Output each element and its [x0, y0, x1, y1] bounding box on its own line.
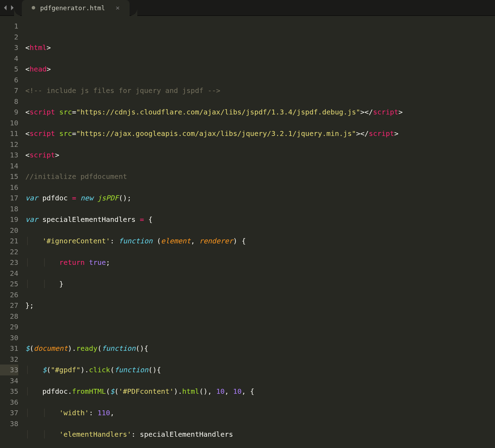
line-number: 28	[0, 311, 18, 322]
line-number: 6	[0, 75, 18, 86]
line-number: 27	[0, 300, 18, 311]
line-number: 21	[0, 236, 18, 247]
line-number: 11	[0, 128, 18, 139]
line-number: 26	[0, 290, 18, 300]
code-line: $(document).ready(function(){	[25, 343, 491, 354]
tab-bar: pdfgenerator.html ×	[0, 0, 495, 16]
line-number: 37	[0, 407, 18, 418]
line-number: 12	[0, 139, 18, 150]
tab-close-icon[interactable]: ×	[115, 4, 120, 12]
tab-dirty-icon	[32, 6, 35, 10]
line-number: 13	[0, 150, 18, 161]
line-number: 5	[0, 64, 18, 75]
tab-active[interactable]: pdfgenerator.html ×	[22, 0, 130, 16]
line-number: 34	[0, 375, 18, 386]
line-number: 32	[0, 354, 18, 365]
line-number: 23	[0, 257, 18, 268]
code-line: │ │ 'elementHandlers': specialElementHan…	[25, 429, 491, 440]
code-area[interactable]: <html> <head> <!-- include js files for …	[22, 16, 495, 448]
line-number: 30	[0, 332, 18, 343]
line-number: 7	[0, 85, 18, 96]
line-number-gutter: 1234567891011121314151617181920212223242…	[0, 16, 22, 448]
code-line: │ '#ignoreContent': function (element, r…	[25, 236, 491, 247]
line-number: 10	[0, 118, 18, 129]
code-line: │ $("#gpdf").click(function(){	[25, 365, 491, 375]
code-line: │ pdfdoc.fromHTML($('#PDFcontent').html(…	[25, 386, 491, 397]
editor: 1234567891011121314151617181920212223242…	[0, 16, 495, 448]
tab-filename: pdfgenerator.html	[40, 4, 105, 12]
line-number: 38	[0, 418, 18, 429]
code-line	[25, 322, 491, 332]
code-line: │ │ 'width': 110,	[25, 407, 491, 418]
code-line: };	[25, 300, 491, 311]
code-line: var pdfdoc = new jsPDF();	[25, 193, 491, 204]
nav-back-icon[interactable]	[2, 5, 8, 11]
line-number: 19	[0, 214, 18, 225]
line-number: 36	[0, 397, 18, 408]
code-line: <head>	[25, 64, 491, 75]
code-line: <!-- include js files for jquery and jsp…	[25, 85, 491, 96]
line-number: 3	[0, 42, 18, 53]
line-number: 24	[0, 268, 18, 279]
line-number: 25	[0, 279, 18, 290]
line-number: 1	[0, 21, 18, 32]
code-line: var specialElementHandlers = {	[25, 214, 491, 225]
line-number: 2	[0, 32, 18, 43]
line-number: 17	[0, 193, 18, 204]
line-number: 9	[0, 107, 18, 118]
line-number: 18	[0, 204, 18, 214]
code-line: │ │ return true;	[25, 257, 491, 268]
code-line: <script src="https://ajax.googleapis.com…	[25, 128, 491, 139]
line-number: 20	[0, 225, 18, 236]
line-number: 8	[0, 96, 18, 107]
code-line: │ │ }	[25, 279, 491, 290]
code-line: //initialize pdfdocument	[25, 171, 491, 182]
line-number: 29	[0, 322, 18, 332]
code-line: <script src="https://cdnjs.cloudflare.co…	[25, 107, 491, 118]
code-line: <html>	[25, 42, 491, 53]
line-number: 16	[0, 182, 18, 193]
nav-arrows	[2, 5, 15, 11]
line-number: 4	[0, 53, 18, 64]
code-line: <script>	[25, 150, 491, 161]
line-number: 35	[0, 386, 18, 397]
line-number: 15	[0, 171, 18, 182]
line-number: 31	[0, 343, 18, 354]
line-number: 22	[0, 247, 18, 257]
line-number: 14	[0, 161, 18, 172]
line-number: 33	[0, 365, 18, 375]
